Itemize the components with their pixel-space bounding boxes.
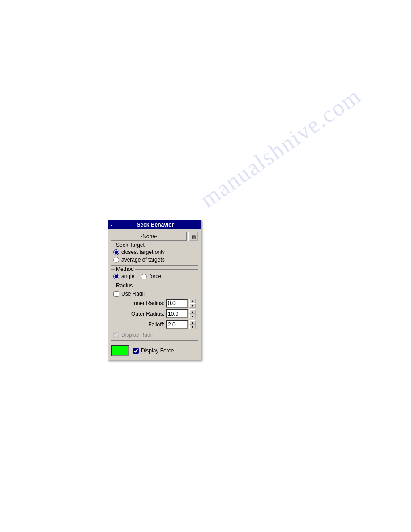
inner-radius-input[interactable]	[166, 299, 188, 308]
method-radio-group: angle force	[113, 273, 196, 279]
display-radii-label: Display Radii	[121, 332, 153, 338]
seek-target-label: Seek Target	[115, 242, 146, 248]
outer-radius-arrows: ▲ ▼	[189, 309, 196, 318]
display-force-row: Display Force	[133, 348, 174, 354]
seek-behavior-dialog: - Seek Behavior -None- ▤ Seek Target clo…	[107, 219, 201, 360]
closest-target-label: closest target only	[121, 249, 165, 255]
falloff-label: Falloff:	[148, 322, 164, 328]
display-radii-checkbox[interactable]	[113, 332, 119, 338]
angle-radio[interactable]	[113, 274, 119, 279]
bottom-row: Display Force	[111, 344, 198, 357]
falloff-up[interactable]: ▲	[189, 320, 196, 325]
radius-content: Use Radii Inner Radius: ▲ ▼ Outer Radius…	[113, 291, 196, 338]
angle-label: angle	[121, 273, 134, 279]
preset-dropdown-row: -None- ▤	[111, 232, 198, 241]
inner-radius-down[interactable]: ▼	[189, 303, 196, 308]
method-label: Method	[115, 266, 135, 272]
force-label: force	[149, 273, 161, 279]
force-row: force	[141, 273, 161, 279]
average-targets-label: average of targets	[121, 257, 165, 263]
dropdown-button[interactable]: ▤	[188, 232, 198, 241]
inner-radius-label: Inner Radius:	[133, 300, 164, 306]
title-bar: - Seek Behavior	[108, 220, 201, 229]
outer-radius-row: Outer Radius: ▲ ▼	[113, 309, 196, 318]
falloff-arrows: ▲ ▼	[189, 320, 196, 329]
inner-radius-row: Inner Radius: ▲ ▼	[113, 299, 196, 308]
average-targets-row: average of targets	[113, 257, 196, 263]
display-force-label: Display Force	[141, 348, 174, 354]
use-radii-row: Use Radii	[113, 291, 196, 297]
outer-radius-down[interactable]: ▼	[189, 314, 196, 318]
use-radii-checkbox[interactable]	[113, 291, 119, 297]
closest-target-radio[interactable]	[113, 249, 119, 255]
outer-radius-up[interactable]: ▲	[189, 309, 196, 314]
watermark: manualshnive.com	[195, 82, 366, 213]
seek-target-group: Seek Target closest target only average …	[111, 245, 198, 266]
falloff-row: Falloff: ▲ ▼	[113, 320, 196, 329]
falloff-input[interactable]	[166, 320, 188, 329]
falloff-down[interactable]: ▼	[189, 325, 196, 329]
inner-radius-up[interactable]: ▲	[189, 299, 196, 303]
radius-group: Radius Use Radii Inner Radius: ▲ ▼	[111, 286, 198, 341]
angle-row: angle	[113, 273, 134, 279]
force-radio[interactable]	[141, 274, 147, 279]
seek-target-radio-group: closest target only average of targets	[113, 249, 196, 263]
method-group: Method angle force	[111, 269, 198, 282]
closest-target-row: closest target only	[113, 249, 196, 255]
color-swatch[interactable]	[111, 345, 129, 356]
inner-radius-arrows: ▲ ▼	[189, 299, 196, 308]
use-radii-label: Use Radii	[121, 291, 145, 297]
dialog-title: Seek Behavior	[112, 222, 198, 228]
radius-label: Radius	[115, 283, 134, 289]
outer-radius-label: Outer Radius:	[131, 311, 164, 317]
average-targets-radio[interactable]	[113, 257, 119, 263]
outer-radius-input[interactable]	[166, 309, 188, 318]
display-radii-row: Display Radii	[113, 332, 196, 338]
dialog-body: -None- ▤ Seek Target closest target only…	[108, 229, 201, 360]
display-force-checkbox[interactable]	[133, 348, 139, 354]
preset-dropdown[interactable]: -None-	[111, 232, 187, 241]
